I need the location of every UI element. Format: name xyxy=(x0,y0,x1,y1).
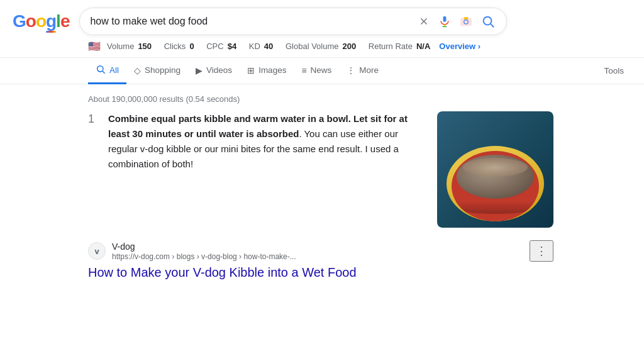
result-item: v V-dog https://v-dog.com › blogs › v-do… xyxy=(88,240,553,281)
volume-value: 150 xyxy=(138,42,152,51)
result-more-button[interactable]: ⋮ xyxy=(530,240,553,262)
svg-point-8 xyxy=(484,17,492,25)
tab-all-label: All xyxy=(109,65,119,75)
search-button[interactable] xyxy=(480,13,496,30)
news-tab-icon: ≡ xyxy=(301,65,306,75)
tab-videos-label: Videos xyxy=(206,65,232,75)
tools-button[interactable]: Tools xyxy=(596,60,631,82)
logo-letter-e: e xyxy=(60,11,70,31)
return-rate-label: Return Rate xyxy=(369,42,413,51)
sep3 xyxy=(242,42,244,51)
sep4 xyxy=(278,42,280,51)
overview-link[interactable]: Overview › xyxy=(439,42,480,51)
microphone-icon xyxy=(438,15,451,28)
videos-tab-icon: ▶ xyxy=(196,65,203,75)
kd-value: 40 xyxy=(264,42,273,51)
images-tab-icon: ⊞ xyxy=(247,65,255,75)
logo-letter-g1: G xyxy=(13,11,26,31)
tab-images[interactable]: ⊞ Images xyxy=(240,59,294,84)
tab-more[interactable]: ⋮ More xyxy=(339,59,386,84)
bowl-inner xyxy=(452,151,539,221)
shopping-tab-icon: ◇ xyxy=(134,65,141,75)
search-input[interactable] xyxy=(90,16,412,27)
result-favicon: v xyxy=(88,242,106,260)
more-tab-icon: ⋮ xyxy=(347,65,355,75)
global-volume-value: 200 xyxy=(343,42,357,51)
bowl-rim xyxy=(452,201,539,214)
search-bar[interactable] xyxy=(79,8,507,35)
return-rate-value: N/A xyxy=(416,42,430,51)
navigation-tabs: All ◇ Shopping ▶ Videos ⊞ Images ≡ News … xyxy=(0,58,644,84)
close-icon xyxy=(418,16,430,27)
featured-snippet: 1 Combine equal parts kibble and warm wa… xyxy=(88,111,553,228)
snippet-content: 1 Combine equal parts kibble and warm wa… xyxy=(88,111,425,228)
clear-button[interactable] xyxy=(417,14,431,28)
tab-videos[interactable]: ▶ Videos xyxy=(188,59,240,84)
sep2 xyxy=(199,42,202,51)
voice-search-button[interactable] xyxy=(437,14,452,29)
tab-news-label: News xyxy=(311,65,332,75)
result-domain-info: V-dog https://v-dog.com › blogs › v-dog-… xyxy=(112,242,296,261)
camera-icon xyxy=(460,15,472,28)
main-content: About 190,000,000 results (0.54 seconds)… xyxy=(0,84,566,286)
svg-point-10 xyxy=(97,66,103,72)
snippet-text: Combine equal parts kibble and warm wate… xyxy=(108,111,425,228)
lens-button[interactable] xyxy=(458,14,474,29)
search-icon-group xyxy=(417,13,496,30)
bowl-food xyxy=(457,155,534,199)
header: Google xyxy=(0,0,644,35)
result-source: v V-dog https://v-dog.com › blogs › v-do… xyxy=(88,240,553,262)
google-logo[interactable]: Google xyxy=(13,11,69,31)
country-flag: 🇺🇸 xyxy=(88,40,101,52)
sep1 xyxy=(157,42,159,51)
global-volume-label: Global Volume xyxy=(286,42,339,51)
clicks-label: Clicks xyxy=(164,42,186,51)
result-domain-name: V-dog xyxy=(112,242,296,252)
tab-images-label: Images xyxy=(258,65,286,75)
logo-letter-o1: o xyxy=(26,11,36,31)
results-count: About 190,000,000 results (0.54 seconds) xyxy=(88,89,553,111)
kd-label: KD xyxy=(249,42,260,51)
search-tab-icon xyxy=(96,64,106,76)
result-url: https://v-dog.com › blogs › v-dog-blog ›… xyxy=(112,252,296,261)
result-title[interactable]: How to Make your V-dog Kibble into a Wet… xyxy=(88,264,553,281)
seo-bar: 🇺🇸 Volume 150 Clicks 0 CPC $4 KD 40 Glob… xyxy=(0,35,644,58)
sep5 xyxy=(361,42,364,51)
tab-all[interactable]: All xyxy=(88,58,126,84)
svg-line-11 xyxy=(103,71,105,74)
favicon-letter: v xyxy=(94,247,99,256)
tab-shopping[interactable]: ◇ Shopping xyxy=(126,59,188,84)
cpc-value: $4 xyxy=(228,42,236,51)
logo-letter-l: l xyxy=(56,11,60,31)
cpc-label: CPC xyxy=(206,42,223,51)
bowl-outer xyxy=(447,146,544,221)
svg-rect-7 xyxy=(464,17,469,19)
tab-shopping-label: Shopping xyxy=(145,65,180,75)
tab-more-label: More xyxy=(359,65,379,75)
logo-letter-g2: g xyxy=(46,11,56,31)
logo-letter-o2: o xyxy=(36,11,46,31)
snippet-image[interactable] xyxy=(437,111,553,228)
svg-line-9 xyxy=(491,24,494,27)
dog-food-bowl-image xyxy=(437,111,553,228)
search-icon xyxy=(481,14,495,28)
tab-news[interactable]: ≡ News xyxy=(294,59,339,84)
svg-rect-5 xyxy=(461,18,472,26)
svg-rect-2 xyxy=(443,16,447,22)
snippet-number: 1 xyxy=(88,113,98,228)
volume-label: Volume xyxy=(107,42,134,51)
clicks-value: 0 xyxy=(189,42,194,51)
